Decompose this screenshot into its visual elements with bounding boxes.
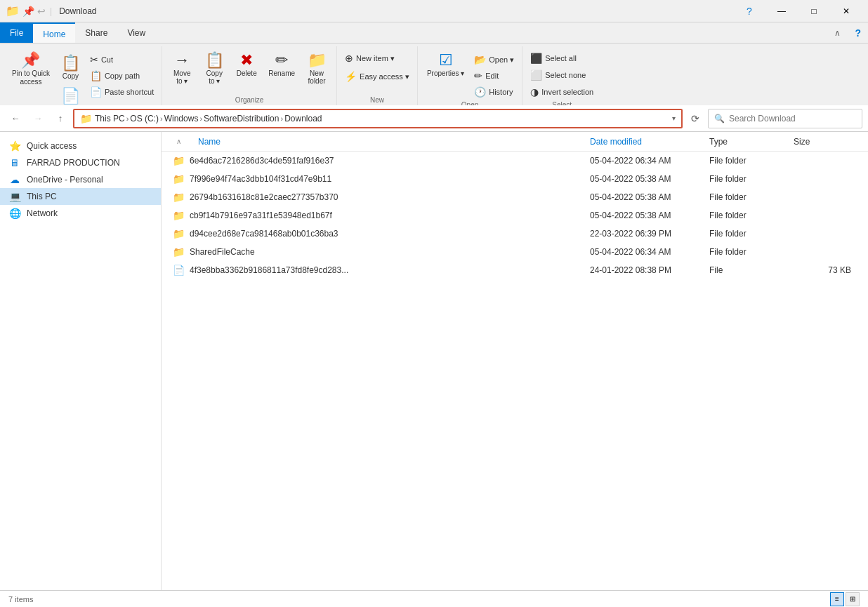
edit-button[interactable]: ✏ Edit — [471, 68, 518, 84]
copy-to-label: Copyto ▾ — [206, 69, 223, 85]
close-button[interactable]: ✕ — [830, 0, 862, 22]
move-to-icon: → — [174, 53, 190, 68]
open-small-buttons: 📂 Open ▾ ✏ Edit 🕐 History — [471, 49, 518, 100]
paste-icon: 📄 — [61, 88, 80, 104]
path-part-c[interactable]: OS (C:) — [130, 114, 159, 124]
col-type-header[interactable]: Type — [709, 137, 794, 147]
properties-button[interactable]: ☑ Properties ▾ — [422, 49, 469, 81]
pin-icon: 📌 — [21, 53, 40, 68]
history-button[interactable]: 🕐 History — [471, 84, 518, 100]
copy-path-button[interactable]: 📋 Copy path — [86, 68, 157, 84]
list-view-button[interactable]: ≡ — [830, 592, 844, 606]
paste-shortcut-icon: 📄 — [90, 86, 102, 98]
invert-selection-button[interactable]: ◑ Invert selection — [527, 84, 597, 100]
up-button[interactable]: ↑ — [51, 109, 70, 128]
sidebar-item-quick-access[interactable]: ⭐ Quick access — [0, 138, 161, 154]
path-part-windows[interactable]: Windows — [164, 114, 199, 124]
path-part-this-pc[interactable]: This PC — [95, 114, 125, 124]
path-part-softwaredistribution[interactable]: SoftwareDistribution — [204, 114, 279, 124]
path-sep-3: › — [199, 114, 202, 123]
move-to-button[interactable]: → Moveto ▾ — [166, 49, 197, 88]
file-row[interactable]: 📁 SharedFileCache 05-04-2022 06:34 AM Fi… — [162, 243, 868, 261]
delete-button[interactable]: ✖ Delete — [231, 49, 262, 81]
address-box[interactable]: 📁 This PC › OS (C:) › Windows › Software… — [73, 109, 683, 128]
file-row[interactable]: 📁 d94cee2d68e7ca981468ab0b01c36ba3 22-03… — [162, 225, 868, 243]
tab-file[interactable]: File — [0, 22, 33, 43]
select-all-button[interactable]: ⬛ Select all — [527, 51, 580, 66]
copy-path-label: Copy path — [105, 72, 140, 80]
edit-icon: ✏ — [474, 70, 482, 81]
file-type: File folder — [709, 174, 794, 184]
ribbon-expand-icon[interactable]: ∧ — [827, 22, 848, 43]
help-icon[interactable]: ? — [848, 22, 868, 43]
copy-button[interactable]: 📋 Copy — [56, 52, 85, 84]
file-list: 📁 6e4d6ac7216286d3c4de591faf916e37 05-04… — [162, 152, 868, 590]
rename-label: Rename — [268, 69, 295, 77]
back-button[interactable]: ← — [6, 109, 25, 128]
invert-label: Invert selection — [541, 88, 593, 96]
ribbon-group-clipboard: 📌 Pin to Quickaccess 📋 Copy 📄 Paste ✂ Cu… — [3, 46, 162, 105]
paste-shortcut-button[interactable]: 📄 Paste shortcut — [86, 84, 157, 100]
address-dropdown-icon[interactable]: ▾ — [672, 114, 676, 122]
search-box[interactable]: 🔍 — [708, 109, 862, 128]
file-row[interactable]: 📄 4f3e8bba3362b9186811a73fd8fe9cd283... … — [162, 261, 868, 279]
file-row[interactable]: 📁 7f996e94f74ac3dbb104f31cd47e9b11 05-04… — [162, 170, 868, 188]
open-button[interactable]: 📂 Open ▾ — [471, 52, 518, 67]
forward-button[interactable]: → — [28, 109, 48, 128]
ribbon-tabs: File Home Share View ∧ ? — [0, 22, 868, 44]
organize-buttons: → Moveto ▾ 📋 Copyto ▾ ✖ Delete ✏ Rename … — [166, 46, 332, 95]
cut-button[interactable]: ✂ Cut — [86, 52, 157, 67]
refresh-button[interactable]: ⟳ — [685, 109, 705, 128]
search-input[interactable] — [729, 114, 856, 124]
tab-view[interactable]: View — [117, 22, 155, 43]
file-row[interactable]: 📁 cb9f14b7916e97a31f1e53948ed1b67f 05-04… — [162, 206, 868, 225]
file-date: 22-03-2022 06:39 PM — [590, 229, 709, 239]
file-type: File folder — [709, 156, 794, 166]
copy-to-button[interactable]: 📋 Copyto ▾ — [199, 49, 230, 88]
path-part-download[interactable]: Download — [284, 114, 322, 124]
sidebar-item-this-pc[interactable]: 💻 This PC — [0, 188, 161, 205]
file-row[interactable]: 📁 26794b1631618c81e2caec277357b370 05-04… — [162, 188, 868, 206]
network-label: Network — [27, 208, 58, 218]
tab-home[interactable]: Home — [33, 22, 75, 43]
col-toggle[interactable]: ∧ — [173, 136, 184, 147]
new-item-icon: ⊕ — [345, 53, 353, 64]
history-label: History — [489, 88, 513, 96]
select-none-icon: ⬜ — [530, 69, 542, 81]
help-button[interactable]: ? — [733, 0, 765, 22]
minimize-button[interactable]: — — [765, 0, 798, 22]
new-folder-button[interactable]: 📁 Newfolder — [301, 49, 332, 88]
easy-access-icon: ⚡ — [345, 71, 357, 82]
pin-quick-access-button[interactable]: 📌 Pin to Quickaccess — [7, 49, 55, 90]
detail-view-button[interactable]: ⊞ — [846, 592, 860, 606]
cut-label: Cut — [101, 55, 113, 64]
maximize-button[interactable]: □ — [798, 0, 830, 22]
select-none-button[interactable]: ⬜ Select none — [527, 67, 589, 83]
rename-button[interactable]: ✏ Rename — [263, 49, 300, 81]
item-count: 7 items — [8, 595, 33, 603]
farrad-icon: 🖥 — [8, 157, 21, 168]
search-icon: 🔍 — [714, 114, 725, 124]
folder-icon: 📁 — [173, 228, 185, 239]
rename-icon: ✏ — [275, 53, 288, 68]
easy-access-button[interactable]: ⚡ Easy access ▾ — [341, 69, 413, 84]
sidebar-item-onedrive[interactable]: ☁ OneDrive - Personal — [0, 171, 161, 188]
organize-label: Organize — [166, 95, 332, 105]
new-item-label: New item ▾ — [356, 54, 395, 63]
network-icon: 🌐 — [8, 208, 21, 219]
sidebar-item-farrad[interactable]: 🖥 FARRAD PRODUCTION — [0, 154, 161, 171]
col-size-header[interactable]: Size — [794, 137, 857, 147]
sidebar-item-network[interactable]: 🌐 Network — [0, 205, 161, 222]
path-sep-2: › — [160, 114, 163, 123]
new-folder-label: Newfolder — [308, 69, 326, 85]
new-item-button[interactable]: ⊕ New item ▾ — [341, 51, 398, 66]
file-row[interactable]: 📁 6e4d6ac7216286d3c4de591faf916e37 05-04… — [162, 152, 868, 170]
file-type: File — [709, 265, 794, 275]
delete-label: Delete — [237, 69, 257, 77]
title-pin-icon: 📌 — [22, 6, 34, 17]
tab-share[interactable]: Share — [75, 22, 117, 43]
window-title: Download — [59, 6, 733, 16]
col-date-header[interactable]: Date modified — [590, 137, 709, 147]
col-name-header[interactable]: Name — [184, 137, 590, 147]
select-all-label: Select all — [545, 54, 577, 62]
